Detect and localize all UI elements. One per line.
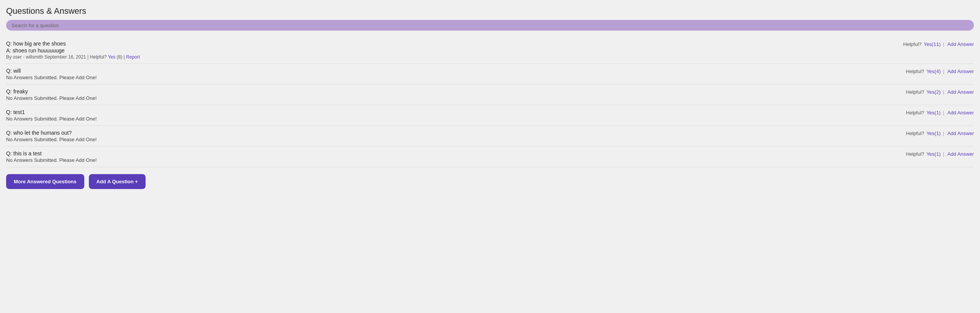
add-answer-link[interactable]: Add Answer (947, 41, 974, 47)
qa-list: Q: how big are the shoesA: shoes run huu… (6, 37, 974, 167)
yes-link[interactable]: Yes(11) (924, 41, 941, 47)
qa-answer: A: shoes run huuuuuuge (6, 47, 896, 54)
qa-item: Q: this is a testNo Answers Submitted. P… (6, 147, 974, 167)
helpful-label: Helpful? (903, 41, 922, 47)
qa-actions: Helpful? Yes(1)|Add Answer (898, 130, 974, 136)
page-title: Questions & Answers (6, 6, 974, 16)
qa-content: Q: this is a testNo Answers Submitted. P… (6, 150, 898, 163)
meta-report-link[interactable]: Report (126, 54, 140, 60)
separator: | (943, 41, 944, 47)
qa-item: Q: who let the humans out?No Answers Sub… (6, 126, 974, 147)
qa-content: Q: how big are the shoesA: shoes run huu… (6, 41, 896, 60)
qa-actions: Helpful? Yes(1)|Add Answer (898, 109, 974, 116)
add-answer-link[interactable]: Add Answer (947, 89, 974, 95)
helpful-label: Helpful? (906, 110, 924, 116)
qa-actions: Helpful? Yes(2)|Add Answer (898, 88, 974, 95)
add-answer-link[interactable]: Add Answer (947, 110, 974, 116)
yes-link[interactable]: Yes(4) (926, 68, 941, 74)
separator: | (943, 130, 944, 136)
add-answer-link[interactable]: Add Answer (947, 151, 974, 157)
qa-question: Q: will (6, 68, 898, 74)
qa-content: Q: freakyNo Answers Submitted. Please Ad… (6, 88, 898, 101)
qa-question: Q: freaky (6, 88, 898, 95)
qa-content: Q: willNo Answers Submitted. Please Add … (6, 68, 898, 80)
qa-question: Q: who let the humans out? (6, 130, 898, 136)
qa-no-answer: No Answers Submitted. Please Add One! (6, 95, 898, 101)
add-answer-link[interactable]: Add Answer (947, 130, 974, 136)
qa-content: Q: test1No Answers Submitted. Please Add… (6, 109, 898, 122)
meta-yes-link[interactable]: Yes (108, 54, 116, 60)
buttons-row: More Answered Questions Add A Question + (6, 174, 974, 189)
qa-question: Q: how big are the shoes (6, 41, 896, 47)
qa-item: Q: how big are the shoesA: shoes run huu… (6, 37, 974, 64)
helpful-label: Helpful? (906, 151, 924, 157)
yes-link[interactable]: Yes(1) (926, 110, 941, 116)
qa-content: Q: who let the humans out?No Answers Sub… (6, 130, 898, 142)
qa-no-answer: No Answers Submitted. Please Add One! (6, 157, 898, 163)
qa-item: Q: test1No Answers Submitted. Please Add… (6, 105, 974, 126)
qa-actions: Helpful? Yes(4)|Add Answer (898, 68, 974, 74)
qa-meta: By user - willsmith September 16, 2021 |… (6, 54, 896, 60)
qa-actions: Helpful? Yes(11)|Add Answer (896, 41, 974, 47)
qa-item: Q: willNo Answers Submitted. Please Add … (6, 64, 974, 85)
add-question-button[interactable]: Add A Question + (89, 174, 146, 189)
qa-no-answer: No Answers Submitted. Please Add One! (6, 75, 898, 80)
helpful-label: Helpful? (906, 130, 924, 136)
helpful-label: Helpful? (906, 89, 924, 95)
qa-item: Q: freakyNo Answers Submitted. Please Ad… (6, 85, 974, 105)
yes-link[interactable]: Yes(1) (926, 151, 941, 157)
search-bar[interactable] (6, 20, 974, 31)
qa-no-answer: No Answers Submitted. Please Add One! (6, 116, 898, 122)
separator: | (943, 68, 944, 74)
separator: | (943, 151, 944, 157)
separator: | (943, 89, 944, 95)
qa-actions: Helpful? Yes(1)|Add Answer (898, 150, 974, 157)
helpful-label: Helpful? (906, 68, 924, 74)
more-answered-button[interactable]: More Answered Questions (6, 174, 84, 189)
separator: | (943, 110, 944, 116)
add-answer-link[interactable]: Add Answer (947, 68, 974, 74)
qa-question: Q: test1 (6, 109, 898, 115)
search-input[interactable] (11, 23, 969, 28)
yes-link[interactable]: Yes(1) (926, 130, 941, 136)
qa-no-answer: No Answers Submitted. Please Add One! (6, 137, 898, 142)
qa-question: Q: this is a test (6, 150, 898, 156)
yes-link[interactable]: Yes(2) (926, 89, 941, 95)
